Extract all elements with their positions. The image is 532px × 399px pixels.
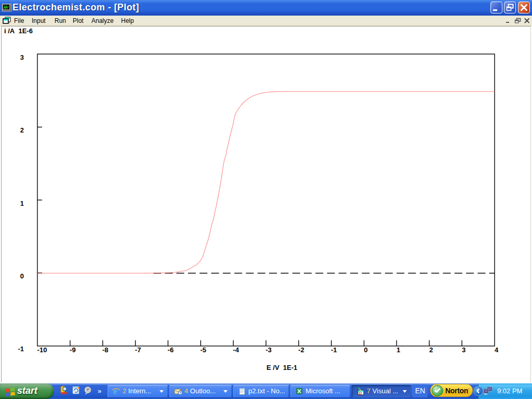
svg-text:2: 2 bbox=[429, 346, 433, 354]
svg-text:-1: -1 bbox=[18, 345, 24, 353]
svg-text:-7: -7 bbox=[135, 346, 141, 354]
svg-text:-1: -1 bbox=[331, 346, 337, 354]
svg-text:4: 4 bbox=[495, 346, 499, 354]
svg-text:-4: -4 bbox=[233, 346, 239, 354]
svg-text:-8: -8 bbox=[102, 346, 109, 354]
svg-text:-9: -9 bbox=[70, 346, 76, 354]
svg-text:1: 1 bbox=[396, 346, 400, 354]
svg-text:2: 2 bbox=[20, 126, 24, 134]
svg-text:0: 0 bbox=[364, 346, 367, 354]
svg-text:-6: -6 bbox=[168, 346, 174, 354]
svg-text:-5: -5 bbox=[201, 346, 207, 354]
svg-text:1: 1 bbox=[20, 200, 24, 207]
svg-text:3: 3 bbox=[20, 54, 24, 61]
svg-text:-10: -10 bbox=[37, 346, 47, 354]
svg-text:0: 0 bbox=[20, 272, 24, 280]
svg-text:e: e bbox=[113, 387, 117, 395]
svg-text:3: 3 bbox=[462, 346, 466, 354]
svg-text:-3: -3 bbox=[265, 346, 272, 354]
svg-text:-2: -2 bbox=[298, 346, 304, 354]
